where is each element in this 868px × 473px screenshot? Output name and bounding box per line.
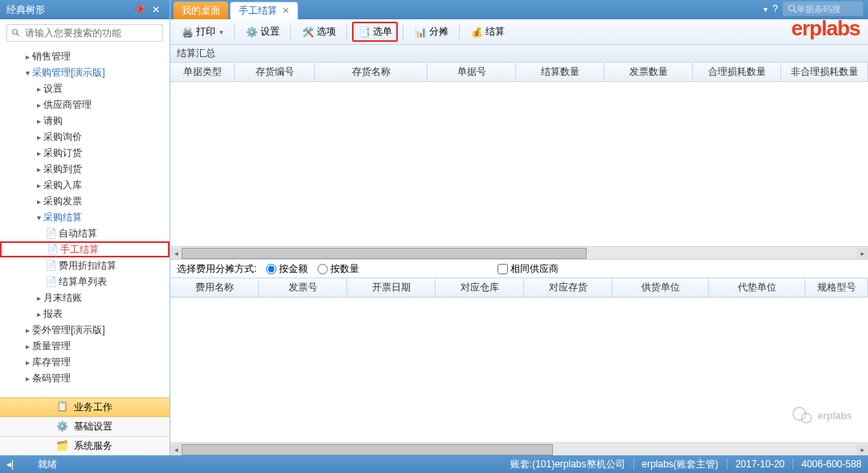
status-user: erplabs(账套主管)	[642, 458, 719, 471]
doc-icon: 📄	[45, 276, 56, 287]
top-search[interactable]	[783, 2, 863, 16]
cat-system[interactable]: 🗂️系统服务	[0, 436, 170, 455]
col-header[interactable]: 发票数量	[604, 63, 693, 81]
tb-label: 设置	[260, 25, 280, 39]
nav-tree: 销售管理 采购管理[演示版] 设置 供应商管理 请购 采购询价 采购订货 采购到…	[0, 47, 170, 397]
tab-label: 我的桌面	[182, 4, 220, 18]
scroll-right-icon[interactable]: ▸	[857, 444, 868, 455]
status-account: 账套:(101)erplabs整机公司	[510, 458, 625, 471]
tree-order[interactable]: 采购订货	[0, 145, 170, 161]
sidebar-title: 经典树形	[6, 3, 130, 17]
tab-desktop[interactable]: 我的桌面	[174, 2, 228, 19]
col-header[interactable]: 规格型号	[805, 278, 868, 297]
scroll-left-icon[interactable]: ◂	[170, 444, 182, 455]
options-bar: 选择费用分摊方式: 按金额 按数量 相同供应商	[170, 259, 868, 278]
toolbar-settle[interactable]: 💰结算	[465, 22, 510, 42]
tree-arrival[interactable]: 采购到货	[0, 161, 170, 177]
col-header[interactable]: 单据号	[428, 63, 516, 81]
tree-auto-settle[interactable]: 📄自动结算	[0, 225, 170, 241]
check-same-supplier[interactable]: 相同供应商	[497, 262, 559, 276]
col-header[interactable]: 费用名称	[170, 278, 259, 297]
chevron-down-icon: ▾	[219, 28, 223, 36]
pin-icon[interactable]: 📌	[130, 4, 149, 15]
chevron-down-icon[interactable]: ▾	[764, 5, 768, 14]
collapse-icon[interactable]: ◂|	[6, 459, 14, 470]
cat-label: 业务工作	[74, 401, 113, 414]
col-header[interactable]: 开票日期	[347, 278, 436, 297]
tb-label: 打印	[196, 25, 215, 39]
col-header[interactable]: 供货单位	[612, 278, 709, 297]
toolbar-settings[interactable]: ⚙️设置	[240, 22, 285, 42]
grid2-body: ◂ ▸	[170, 298, 868, 455]
col-header[interactable]: 合理损耗数量	[693, 63, 781, 81]
tb-label: 分摊	[429, 25, 448, 39]
tree-manual-settle[interactable]: 📄手工结算	[0, 241, 170, 257]
scroll-right-icon[interactable]: ▸	[857, 248, 868, 259]
col-header[interactable]: 结算数量	[516, 63, 604, 81]
tree-barcode[interactable]: 条码管理	[0, 370, 170, 386]
tree-outsource[interactable]: 委外管理[演示版]	[0, 322, 170, 338]
grid1-body: ◂ ▸	[170, 82, 868, 259]
sidebar: 经典树形 📌 ✕ 销售管理 采购管理[演示版] 设置 供应商管理 请购 采购询价…	[0, 0, 170, 455]
print-icon: 🖨️	[181, 26, 194, 39]
help-icon[interactable]: ?	[772, 3, 778, 14]
cat-business[interactable]: 📋业务工作	[0, 397, 170, 417]
horizontal-scrollbar[interactable]: ◂ ▸	[170, 246, 868, 259]
tree-report[interactable]: 报表	[0, 306, 170, 322]
tools-icon: 🛠️	[301, 26, 314, 39]
tab-close-icon[interactable]: ✕	[282, 6, 289, 16]
tree-sales[interactable]: 销售管理	[0, 48, 170, 64]
toolbar-options[interactable]: 🛠️选项	[296, 22, 342, 42]
tree-quality[interactable]: 质量管理	[0, 338, 170, 354]
sidebar-search-input[interactable]	[25, 27, 158, 39]
radio-by-amount[interactable]: 按金额	[266, 262, 308, 276]
col-header[interactable]: 对应存货	[524, 278, 612, 297]
tree-purchase[interactable]: 采购管理[演示版]	[0, 64, 170, 80]
status-date: 2017-10-20	[735, 459, 784, 470]
col-header[interactable]: 对应仓库	[436, 278, 524, 297]
cat-label: 基础设置	[74, 420, 113, 434]
logo: erplabs	[792, 16, 861, 41]
horizontal-scrollbar[interactable]: ◂ ▸	[170, 442, 868, 455]
col-header[interactable]: 存货名称	[315, 63, 428, 81]
watermark: erplabs	[792, 405, 852, 427]
tree-request[interactable]: 请购	[0, 113, 170, 129]
system-icon: 🗂️	[56, 440, 69, 453]
toolbar-select-order[interactable]: 📑选单	[352, 22, 398, 42]
tree-inventory[interactable]: 库存管理	[0, 354, 170, 370]
svg-line-1	[17, 34, 19, 36]
col-header[interactable]: 发票号	[259, 278, 347, 297]
close-icon[interactable]: ✕	[149, 4, 163, 15]
doc-icon: 📄	[47, 244, 58, 255]
tree-supplier[interactable]: 供应商管理	[0, 97, 170, 113]
tree-monthend[interactable]: 月末结账	[0, 290, 170, 306]
scroll-left-icon[interactable]: ◂	[170, 248, 182, 259]
col-header[interactable]: 单据类型	[170, 63, 235, 81]
tree-discount-settle[interactable]: 📄费用折扣结算	[0, 257, 170, 274]
tb-label: 选单	[373, 25, 392, 39]
tree-invoice[interactable]: 采购发票	[0, 193, 170, 209]
sidebar-search[interactable]	[6, 24, 163, 42]
cat-basic[interactable]: ⚙️基础设置	[0, 417, 170, 436]
top-search-input[interactable]	[796, 4, 858, 14]
toolbar-print[interactable]: 🖨️打印▾	[175, 22, 229, 42]
doc-icon: 📄	[45, 228, 56, 239]
tree-settle[interactable]: 采购结算	[0, 209, 170, 225]
svg-point-2	[789, 6, 795, 11]
tree-settle-list[interactable]: 📄结算单列表	[0, 274, 170, 290]
tab-manual-settle[interactable]: 手工结算✕	[230, 2, 298, 19]
radio-by-qty[interactable]: 按数量	[317, 262, 359, 276]
tab-row: 我的桌面 手工结算✕ ▾ ?	[170, 0, 868, 19]
gear-icon: ⚙️	[245, 26, 258, 39]
col-header[interactable]: 代垫单位	[709, 278, 805, 297]
tree-settings[interactable]: 设置	[0, 80, 170, 97]
toolbar-allocate[interactable]: 📊分摊	[408, 22, 454, 42]
allocate-icon: 📊	[414, 26, 427, 39]
wechat-icon	[792, 405, 814, 427]
tree-inquiry[interactable]: 采购询价	[0, 129, 170, 145]
col-header[interactable]: 非合理损耗数量	[781, 63, 868, 81]
col-header[interactable]: 存货编号	[235, 63, 315, 81]
grid1-title: 结算汇总	[170, 45, 868, 63]
tree-stockin[interactable]: 采购入库	[0, 177, 170, 193]
search-icon	[788, 4, 796, 14]
